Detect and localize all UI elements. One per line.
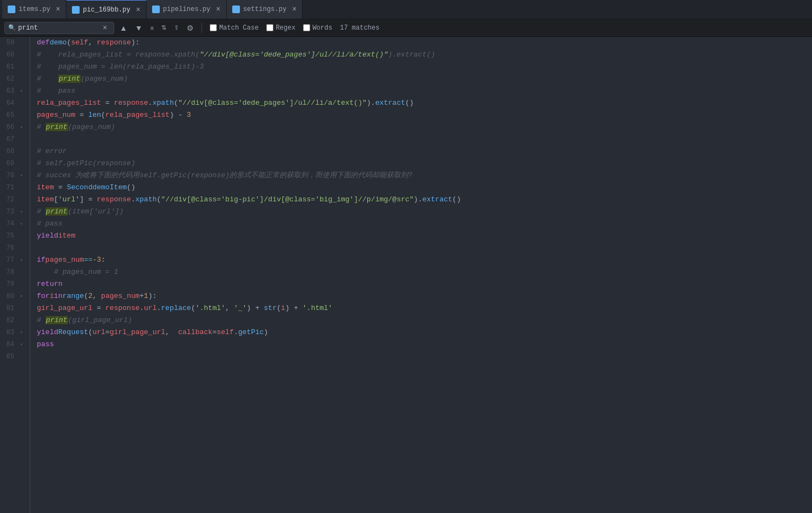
gutter-row: 80▾ <box>0 290 25 302</box>
search-icon: 🔍 <box>8 24 16 31</box>
line-number: 59 <box>0 39 18 47</box>
code-line <box>37 242 812 254</box>
code-line: # pass <box>37 85 812 97</box>
tab-items-close[interactable]: × <box>56 5 60 13</box>
match-count: 17 matches <box>340 24 379 32</box>
words-checkbox[interactable] <box>303 24 310 31</box>
line-number: 79 <box>0 280 18 288</box>
gutter-row: 73▾ <box>0 206 25 218</box>
gutter-row: 75 <box>0 230 25 242</box>
code-line: # pages_num = 1 <box>37 266 812 278</box>
tab-settings[interactable]: settings.py × <box>227 0 303 19</box>
code-line: # print(item['url']) <box>37 206 812 218</box>
line-number: 81 <box>0 305 18 312</box>
gutter-row: 66▾ <box>0 121 25 133</box>
tab-items-label: items.py <box>19 5 51 13</box>
line-number: 72 <box>0 196 18 204</box>
search-settings-button[interactable]: ⚙ <box>184 22 196 33</box>
gutter-row: 68 <box>0 145 25 157</box>
gutter-row: 72 <box>0 194 25 206</box>
file-icon <box>232 5 240 13</box>
match-case-checkbox[interactable] <box>210 24 217 31</box>
line-number: 66 <box>0 123 18 131</box>
fold-button[interactable]: ▾ <box>18 87 25 95</box>
words-option[interactable]: Words <box>301 23 334 33</box>
fold-button[interactable]: ▾ <box>18 341 25 348</box>
line-number: 64 <box>0 99 18 107</box>
gutter-row: 81 <box>0 302 25 314</box>
code-line: # self.getPic(response) <box>37 157 812 170</box>
line-number: 84 <box>0 341 18 348</box>
code-line <box>37 351 812 363</box>
line-number: 75 <box>0 232 18 240</box>
line-number: 82 <box>0 317 18 324</box>
search-input[interactable] <box>18 24 100 32</box>
gutter-row: 78 <box>0 266 25 278</box>
tab-pipelines[interactable]: pipelines.py × <box>147 0 227 19</box>
gutter-row: 60 <box>0 49 25 61</box>
code-line: rela_pages_list = response.xpath("//div[… <box>37 97 812 109</box>
regex-option[interactable]: Regex <box>264 23 298 33</box>
gutter-row: 64 <box>0 97 25 109</box>
code-line <box>37 133 812 145</box>
line-number: 77 <box>0 256 18 264</box>
fold-button[interactable]: ▾ <box>18 172 25 179</box>
code-content[interactable]: def demo(self, response): # rela_pages_l… <box>30 37 812 513</box>
tab-settings-close[interactable]: × <box>292 5 296 13</box>
code-line: # error <box>37 145 812 157</box>
match-case-option[interactable]: Match Case <box>208 23 261 33</box>
code-line: girl_page_url = response.url.replace('.h… <box>37 302 812 314</box>
gutter-row: 82 <box>0 314 25 326</box>
line-number: 73 <box>0 208 18 216</box>
tab-bar: items.py × pic_169bb.py × pipelines.py ×… <box>0 0 812 19</box>
gutter-row: 65 <box>0 109 25 121</box>
gutter-row: 79 <box>0 278 25 290</box>
tab-pic169bb-close[interactable]: × <box>136 6 140 14</box>
tab-pipelines-close[interactable]: × <box>216 5 220 13</box>
words-label: Words <box>312 24 332 32</box>
fold-button[interactable]: ▾ <box>18 256 25 264</box>
tab-items[interactable]: items.py × <box>2 0 66 19</box>
search-next-button[interactable]: ▼ <box>133 22 145 33</box>
search-clear-button[interactable]: × <box>103 24 107 32</box>
code-line: # print(pages_num) <box>37 73 812 85</box>
fold-button[interactable]: ▾ <box>18 208 25 216</box>
line-number: 83 <box>0 329 18 336</box>
gutter-row: 63▾ <box>0 85 25 97</box>
gutter-row: 74▾ <box>0 218 25 230</box>
line-number: 68 <box>0 148 18 155</box>
code-line: # pages_num = len(rela_pages_list)-3 <box>37 61 812 73</box>
gutter-row: 69 <box>0 157 25 170</box>
gutter-row: 71 <box>0 182 25 194</box>
code-line: if pages_num == -3: <box>37 254 812 266</box>
gutter-row: 77▾ <box>0 254 25 266</box>
search-select-all-button[interactable]: ≡ <box>148 24 156 32</box>
fold-button[interactable]: ▾ <box>18 123 25 131</box>
tab-pic169bb[interactable]: pic_169bb.py × <box>66 0 147 19</box>
fold-button[interactable]: ▾ <box>18 292 25 300</box>
gutter-row: 67 <box>0 133 25 145</box>
divider <box>201 23 202 33</box>
code-line: for i in range(2, pages_num+1): <box>37 290 812 302</box>
regex-checkbox[interactable] <box>266 24 273 31</box>
line-number: 63 <box>0 87 18 95</box>
line-number: 67 <box>0 136 18 143</box>
gutter-row: 85 <box>0 351 25 363</box>
search-prev-button[interactable]: ▲ <box>117 22 130 33</box>
line-number: 62 <box>0 75 18 83</box>
file-icon <box>8 5 15 13</box>
gutter-row: 83▾ <box>0 326 25 339</box>
fold-button[interactable]: ▾ <box>18 220 25 228</box>
line-number: 69 <box>0 160 18 167</box>
search-case-sensitive-button[interactable]: ⇪ <box>172 23 181 32</box>
match-case-label: Match Case <box>219 24 259 32</box>
code-line: # print(pages_num) <box>37 121 812 133</box>
line-number: 70 <box>0 172 18 179</box>
search-bar: 🔍 × ▲ ▼ ≡ ⇅ ⇪ ⚙ Match Case Regex Words 1… <box>0 19 812 37</box>
gutter-row: 62 <box>0 73 25 85</box>
code-area: 5960616263▾646566▾67686970▾717273▾74▾757… <box>0 37 812 513</box>
fold-button[interactable]: ▾ <box>18 329 25 336</box>
search-toggle-button[interactable]: ⇅ <box>159 23 169 32</box>
code-line: # succes 为啥将下面的代码用self.getPic(response)的… <box>37 170 812 182</box>
line-number: 76 <box>0 244 18 252</box>
